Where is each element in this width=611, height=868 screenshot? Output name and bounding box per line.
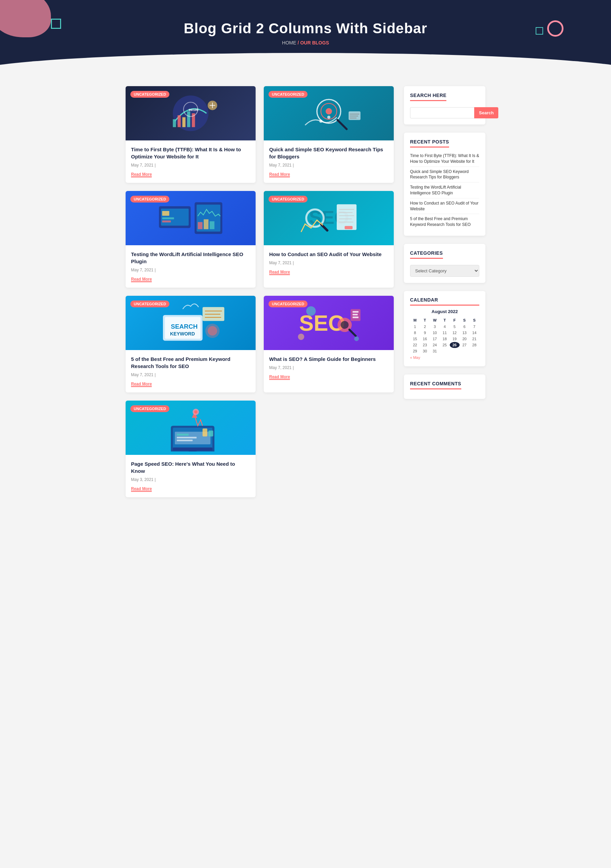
calendar-header-cell: S: [470, 317, 479, 324]
card-tag-post3: Uncategorized: [131, 196, 169, 203]
card-tag-post4: Uncategorized: [269, 196, 308, 203]
card-readmore-post2[interactable]: Read More: [269, 172, 290, 177]
calendar-day-cell[interactable]: 8: [410, 330, 420, 336]
svg-text:SEARCH: SEARCH: [171, 323, 197, 330]
calendar-day-cell[interactable]: 19: [450, 336, 460, 342]
calendar-day-cell[interactable]: 25: [440, 342, 449, 348]
calendar-header-cell: T: [420, 317, 430, 324]
calendar-day-cell[interactable]: 22: [410, 342, 420, 348]
calendar-day-cell[interactable]: 3: [430, 324, 440, 330]
svg-rect-64: [173, 447, 213, 451]
blog-card-post7: Uncategorized: [126, 401, 256, 497]
calendar-day-cell[interactable]: 2: [420, 324, 430, 330]
categories-title: CATEGORIES: [410, 250, 443, 259]
calendar-day-cell[interactable]: 17: [430, 336, 440, 342]
svg-point-13: [325, 108, 332, 115]
page-header: Blog Grid 2 Columns With Sidebar HOME / …: [0, 0, 611, 73]
calendar-day-cell[interactable]: 29: [410, 348, 420, 354]
calendar-day-cell[interactable]: 21: [470, 336, 479, 342]
card-title-post2: Quick and Simple SEO Keyword Research Ti…: [269, 146, 388, 160]
calendar-day-cell[interactable]: 13: [460, 330, 470, 336]
calendar-day-cell[interactable]: 11: [440, 330, 449, 336]
card-image-ttfb: Uncategorized 96/100: [126, 86, 256, 140]
recent-comments-title: RECENT COMMENTS: [410, 381, 461, 389]
calendar-day-cell[interactable]: 23: [420, 342, 430, 348]
svg-text:96/100: 96/100: [189, 108, 199, 112]
calendar-day-cell: [440, 348, 449, 354]
calendar-header-cell: T: [440, 317, 449, 324]
calendar-day-cell[interactable]: 12: [450, 330, 460, 336]
calendar-day-cell[interactable]: 27: [460, 342, 470, 348]
card-title-post1: Time to First Byte (TTFB): What It Is & …: [131, 146, 250, 160]
calendar-day-cell[interactable]: 7: [470, 324, 479, 330]
card-body-post7: Page Speed SEO: Here's What You Need to …: [126, 455, 256, 497]
calendar-day-cell[interactable]: 5: [450, 324, 460, 330]
calendar-day-cell[interactable]: 31: [430, 348, 440, 354]
card-readmore-post3[interactable]: Read More: [131, 277, 152, 282]
calendar-day-cell[interactable]: 18: [440, 336, 449, 342]
svg-point-72: [194, 411, 197, 414]
calendar-prev-link[interactable]: « May: [410, 355, 420, 360]
svg-rect-57: [352, 311, 358, 313]
calendar-day-cell[interactable]: 30: [420, 348, 430, 354]
card-readmore-post5[interactable]: Read More: [131, 381, 152, 387]
page-body: Uncategorized 96/100 Time to: [119, 73, 492, 511]
card-title-post4: How to Conduct an SEO Audit of Your Webs…: [269, 251, 388, 258]
blog-card-post5: Uncategorized SEARCH KEYWORD 5 of the Be…: [126, 296, 256, 392]
svg-text:KEYWORD: KEYWORD: [170, 331, 195, 336]
calendar-day-cell[interactable]: 10: [430, 330, 440, 336]
card-date-post1: May 7, 2021 |: [131, 163, 250, 167]
card-body-post4: How to Conduct an SEO Audit of Your Webs…: [264, 245, 394, 281]
svg-rect-67: [177, 434, 189, 436]
recent-post-item[interactable]: How to Conduct an SEO Audit of Your Webs…: [410, 198, 479, 214]
svg-rect-30: [210, 221, 214, 229]
calendar-day-cell[interactable]: 9: [420, 330, 430, 336]
recent-post-item[interactable]: Time to First Byte (TTFB): What It Is & …: [410, 151, 479, 167]
calendar-day-cell[interactable]: 20: [460, 336, 470, 342]
card-readmore-post1[interactable]: Read More: [131, 172, 152, 177]
card-image-keyword: Uncategorized: [264, 86, 394, 140]
breadcrumb: HOME / OUR BLOGS: [7, 40, 604, 45]
svg-rect-24: [162, 217, 174, 220]
calendar-day-cell[interactable]: 26: [450, 342, 460, 348]
search-input[interactable]: [410, 107, 474, 118]
blog-card-post2: Uncategorized Quick and Simple SEO Keyw: [264, 86, 394, 183]
calendar-day-cell[interactable]: 14: [470, 330, 479, 336]
search-button[interactable]: Search: [474, 107, 498, 118]
calendar-header-cell: F: [450, 317, 460, 324]
svg-rect-68: [177, 437, 196, 439]
card-image-5best: Uncategorized SEARCH KEYWORD: [126, 296, 256, 350]
breadcrumb-home[interactable]: HOME: [282, 40, 296, 45]
category-select[interactable]: Select Category: [410, 265, 479, 277]
calendar-day-cell[interactable]: 4: [440, 324, 449, 330]
card-readmore-post6[interactable]: Read More: [269, 375, 290, 380]
deco-blob: [0, 0, 51, 37]
recent-post-item[interactable]: 5 of the Best Free and Premium Keyword R…: [410, 214, 479, 229]
calendar-day-cell: [450, 348, 460, 354]
card-image-wordlift: Uncategorized: [126, 191, 256, 245]
calendar-day-cell[interactable]: 15: [410, 336, 420, 342]
calendar-day-cell[interactable]: 28: [470, 342, 479, 348]
recent-post-item[interactable]: Quick and Simple SEO Keyword Research Ti…: [410, 167, 479, 183]
svg-rect-3: [182, 117, 185, 127]
card-body-post5: 5 of the Best Free and Premium Keyword R…: [126, 350, 256, 392]
calendar-day-cell[interactable]: 24: [430, 342, 440, 348]
svg-rect-40: [345, 226, 352, 229]
svg-point-50: [208, 326, 217, 335]
recent-posts-list: Time to First Byte (TTFB): What It Is & …: [410, 151, 479, 229]
blog-card-post1: Uncategorized 96/100 Time to: [126, 86, 256, 183]
calendar-day-cell[interactable]: 6: [460, 324, 470, 330]
calendar-day-cell: [460, 348, 470, 354]
card-readmore-post4[interactable]: Read More: [269, 270, 290, 275]
card-readmore-post7[interactable]: Read More: [131, 487, 152, 492]
calendar-day-cell[interactable]: 16: [420, 336, 430, 342]
card-date-post4: May 7, 2021 |: [269, 260, 388, 265]
calendar-header-cell: W: [430, 317, 440, 324]
sidebar: SEARCH HERE Search RECENT POSTS Time to …: [404, 86, 485, 399]
recent-post-item[interactable]: Testing the WordLift Artificial Intellig…: [410, 183, 479, 198]
search-form: Search: [410, 107, 479, 118]
calendar-day-cell[interactable]: 1: [410, 324, 420, 330]
card-body-post3: Testing the WordLift Artificial Intellig…: [126, 245, 256, 288]
wave-deco: [0, 53, 611, 73]
deco-circle-tr: [547, 20, 563, 37]
